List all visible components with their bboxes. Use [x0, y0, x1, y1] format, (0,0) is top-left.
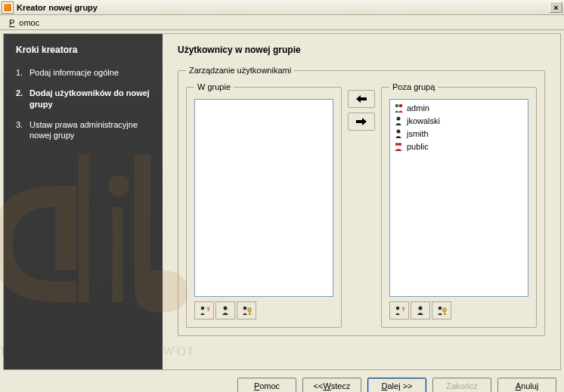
close-icon: ×	[553, 3, 558, 12]
user-admin-icon	[393, 103, 404, 113]
titlebar: Kreator nowej grupy ×	[0, 0, 564, 15]
filter-person-button[interactable]	[215, 301, 235, 319]
next-button[interactable]: Dalej >>	[367, 378, 426, 392]
transfer-buttons	[348, 82, 375, 328]
svg-point-6	[224, 307, 228, 310]
menubar: Pomoc	[0, 15, 564, 30]
list-item[interactable]: jsmith	[392, 127, 526, 140]
filter-qmark-button[interactable]: ?	[389, 301, 409, 319]
filter-key-button[interactable]	[237, 301, 256, 319]
svg-point-17	[419, 307, 423, 310]
svg-point-14	[398, 142, 401, 145]
in-group-legend: W grupie	[194, 82, 234, 91]
wizard-footer: Pomoc << Wstecz Dalej >> Zakończ Anuluj	[0, 373, 564, 392]
user-qmark-icon: ?	[199, 305, 209, 316]
window-title: Kreator nowej grupy	[17, 3, 550, 12]
svg-point-4	[201, 307, 205, 310]
wizard-step-3: 3. Ustaw prawa administracyjne nowej gru…	[16, 119, 150, 142]
svg-point-18	[438, 307, 442, 310]
cancel-button[interactable]: Anuluj	[497, 378, 556, 392]
back-button[interactable]: << Wstecz	[302, 378, 361, 392]
wizard-step-label: Podaj informacje ogólne	[29, 67, 150, 79]
svg-point-19	[443, 308, 446, 311]
wizard-step-label: Ustaw prawa administracyjne nowej grupy	[29, 119, 150, 142]
close-button[interactable]: ×	[550, 2, 562, 13]
arrow-left-icon	[356, 95, 367, 103]
wizard-main: Użytkownicy w nowej grupie Zarządzanie u…	[163, 34, 560, 369]
user-group-icon	[393, 141, 404, 152]
user-person-icon	[220, 305, 231, 316]
out-group-legend: Poza grupą	[389, 82, 438, 91]
svg-point-13	[395, 142, 398, 145]
svg-rect-0	[79, 154, 89, 302]
out-group-listbox[interactable]: adminjkowalskijsmithpublic	[389, 99, 528, 297]
list-item[interactable]: public	[392, 140, 526, 153]
move-right-button[interactable]	[348, 113, 375, 131]
arrow-right-icon	[356, 118, 367, 125]
wizard-sidebar: DIGITAL LIBRARY FRAMEWORK Kroki kreatora…	[4, 34, 163, 369]
out-group-fieldset: Poza grupą adminjkowalskijsmithpublic ?	[381, 82, 537, 328]
list-item[interactable]: jkowalski	[392, 114, 526, 127]
svg-rect-2	[113, 207, 123, 302]
list-item-label: public	[407, 142, 429, 151]
sidebar-steps: 1. Podaj informacje ogólne 2. Dodaj użyt…	[16, 67, 150, 141]
wizard-step-label: Dodaj użytkowników do nowej grupy	[29, 88, 150, 110]
user-person-icon	[393, 128, 404, 139]
list-item[interactable]: admin	[392, 101, 526, 114]
user-person-icon	[393, 116, 404, 126]
in-group-listbox[interactable]	[194, 99, 333, 297]
user-person-icon	[415, 305, 426, 316]
list-item-label: jkowalski	[407, 116, 440, 125]
svg-point-12	[397, 129, 401, 133]
svg-point-15	[396, 307, 400, 310]
menu-help-rest: omoc	[14, 17, 44, 29]
help-button[interactable]: Pomoc	[237, 378, 296, 392]
svg-point-7	[243, 307, 247, 310]
list-item-label: admin	[407, 103, 429, 113]
menu-help[interactable]: Pomoc	[5, 17, 48, 29]
finish-button: Zakończ	[432, 378, 491, 392]
in-group-toolbar: ?	[194, 301, 333, 319]
page-title: Użytkownicy w nowej grupie	[178, 45, 545, 55]
svg-point-1	[108, 175, 129, 196]
svg-point-8	[248, 308, 251, 311]
wizard-body: DIGITAL LIBRARY FRAMEWORK Kroki kreatora…	[3, 33, 561, 370]
user-key-icon	[241, 305, 252, 316]
svg-text:?: ?	[206, 306, 209, 313]
user-key-icon	[436, 305, 447, 316]
move-left-button[interactable]	[348, 90, 375, 108]
wizard-step-num: 1.	[16, 67, 29, 79]
svg-point-10	[399, 103, 403, 107]
app-icon	[2, 2, 14, 14]
sidebar-heading: Kroki kreatora	[16, 45, 150, 55]
svg-point-9	[395, 103, 399, 107]
list-item-label: jsmith	[407, 129, 429, 138]
filter-qmark-button[interactable]: ?	[194, 301, 214, 319]
transfer-panel: W grupie ?	[186, 82, 537, 328]
wizard-step-1: 1. Podaj informacje ogólne	[16, 67, 150, 79]
wizard-step-num: 2.	[16, 88, 29, 110]
user-qmark-icon: ?	[394, 305, 404, 316]
svg-text:?: ?	[401, 306, 404, 313]
out-group-toolbar: ?	[389, 301, 528, 319]
filter-key-button[interactable]	[432, 301, 451, 319]
svg-point-11	[397, 116, 401, 120]
wizard-step-num: 3.	[16, 119, 29, 142]
user-management-legend: Zarządzanie użytkownikami	[186, 66, 294, 75]
in-group-fieldset: W grupie ?	[186, 82, 342, 328]
user-management-fieldset: Zarządzanie użytkownikami W grupie ?	[178, 66, 545, 336]
wizard-step-2: 2. Dodaj użytkowników do nowej grupy	[16, 88, 150, 110]
filter-person-button[interactable]	[411, 301, 430, 319]
